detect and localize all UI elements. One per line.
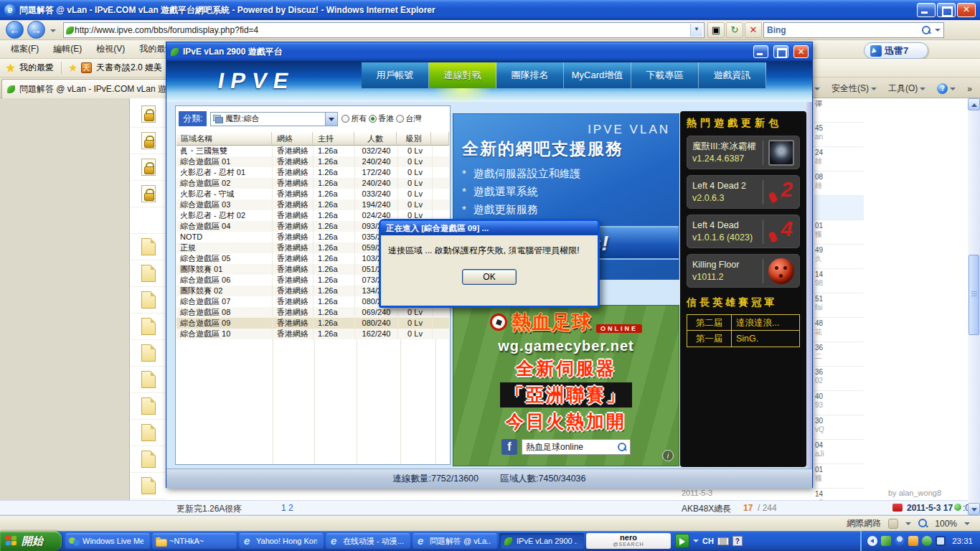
server-row[interactable]: 火影忍者 - 忍村 01 香港網絡 1.26a 172/240 0 Lv (176, 167, 449, 178)
radio-icon[interactable] (341, 115, 349, 123)
region-radio[interactable]: 所有 (341, 113, 367, 124)
task-button[interactable]: Windows Live Me... (65, 533, 150, 549)
region-radio[interactable]: 台灣 (396, 113, 421, 124)
server-row[interactable]: 綜合遊戲區 03 香港網絡 1.26a 194/240 0 Lv (176, 199, 449, 210)
history-dropdown-icon[interactable] (50, 29, 56, 32)
address-bar[interactable]: ▼ (63, 22, 705, 38)
table-header-cell[interactable]: 網絡 (272, 132, 313, 146)
table-header-cell[interactable]: 級別 (397, 132, 431, 146)
search-options-icon[interactable] (935, 29, 941, 32)
page-scrollbar[interactable] (968, 98, 980, 515)
quick-launch-icon[interactable] (675, 534, 689, 548)
compatibility-button[interactable]: ▣ (707, 22, 725, 38)
task-button[interactable]: IPvE vLan 2900 ... (499, 533, 584, 549)
ipve-nav-tab[interactable]: 用戶帳號 (362, 62, 429, 88)
more-commands-icon[interactable]: » (962, 82, 977, 96)
table-header-cell[interactable]: 主持 (313, 132, 354, 146)
menu-item[interactable]: 檔案(F) (4, 41, 45, 57)
thread-author[interactable]: AKB48X總長 (682, 503, 731, 515)
network-tray-icon[interactable] (936, 536, 946, 546)
ipve-nav-tab[interactable]: MyCard增值 (564, 62, 631, 88)
command-button[interactable]: 安全性(S) (826, 80, 882, 97)
server-row[interactable]: 綜合遊戲區 01 香港網絡 1.26a 240/240 0 Lv (176, 156, 449, 167)
ie-maximize-button[interactable] (937, 3, 956, 17)
server-row[interactable]: 綜合遊戲區 10 香港網絡 1.26a 162/240 0 Lv (176, 329, 449, 339)
ipve-close-button[interactable] (793, 45, 809, 58)
zoom-dropdown-icon[interactable] (964, 522, 970, 525)
help-button[interactable]: ? (932, 81, 961, 96)
refresh-button[interactable]: ↻ (726, 22, 743, 38)
game-update-card[interactable]: 魔獸III:寒冰霸權 v1.24.4.6387 (687, 136, 800, 169)
radio-icon[interactable] (396, 115, 404, 123)
stop-button[interactable]: ✕ (745, 22, 762, 38)
command-button[interactable]: 工具(O) (883, 80, 930, 97)
table-header-cell[interactable] (431, 132, 449, 146)
ipve-nav-tab[interactable]: 下載專區 (631, 62, 699, 88)
add-favorite-icon[interactable] (69, 64, 77, 72)
ipve-nav-tab[interactable]: 團隊排名 (496, 62, 564, 88)
update-tray-icon[interactable] (908, 536, 918, 546)
scrollbar-thumb[interactable] (969, 255, 979, 335)
ipve-nav-tab[interactable]: 遊戲資訊 (699, 62, 766, 88)
game-update-card[interactable]: Killing Floor v1011.2 (687, 254, 800, 288)
task-button[interactable]: 在线动漫 - 动漫... (326, 533, 410, 549)
region-radio[interactable]: 香港 (369, 113, 394, 124)
keyboard-icon[interactable] (717, 537, 729, 545)
search-icon[interactable] (922, 26, 930, 34)
ie-minimize-button[interactable] (917, 3, 936, 17)
menu-item[interactable]: 編輯(E) (47, 41, 88, 57)
task-button[interactable]: Yahoo! Hong Kon... (239, 533, 324, 549)
server-row[interactable]: 火影忍者 - 守城 香港網絡 1.26a 033/240 0 Lv (176, 189, 449, 199)
zone-dropdown-icon[interactable] (905, 522, 911, 525)
task-button[interactable]: 問題解答 @ vLa... (413, 533, 497, 549)
ipve-minimize-button[interactable] (753, 45, 768, 58)
server-row[interactable]: 綜合遊戲區 08 香港網絡 1.26a 069/240 0 Lv (176, 307, 449, 318)
ipve-maximize-button[interactable] (773, 45, 788, 58)
football-ad[interactable]: 熱血足球 ONLINE wg.gamecyber.net 全新伺服器 「亞洲聯賽… (453, 305, 679, 466)
game-update-card[interactable]: Left 4 Dead v1.0.1.6 (4023) (687, 215, 800, 248)
antivirus-tray-icon[interactable] (922, 536, 932, 546)
table-header-cell[interactable]: 區域名稱 (176, 132, 272, 146)
radio-icon[interactable] (369, 115, 377, 123)
address-dropdown-icon[interactable]: ▼ (690, 24, 702, 37)
thread-pages[interactable]: 1 2 (281, 503, 293, 513)
facebook-icon[interactable]: f (501, 439, 517, 455)
menu-item[interactable]: 檢視(V) (90, 41, 131, 57)
server-row[interactable]: 眞・三國無雙 香港網絡 1.26a 032/240 0 Lv (176, 146, 449, 156)
collapse-tray-icon[interactable] (867, 536, 877, 546)
thunder-tray-icon[interactable] (881, 536, 891, 546)
table-header-cell[interactable]: 人數 (354, 132, 397, 146)
ie-close-button[interactable] (957, 3, 976, 17)
search-box[interactable] (763, 22, 944, 38)
server-row[interactable]: 綜合遊戲區 09 香港網絡 1.26a 080/240 0 Lv (176, 318, 449, 329)
thread-title[interactable]: 更新完1.26A很疼 (176, 503, 242, 515)
language-dropdown-icon[interactable] (693, 540, 699, 542)
start-button[interactable]: 開始 (0, 531, 62, 551)
address-input[interactable] (75, 25, 690, 35)
scroll-up-icon[interactable] (968, 98, 980, 110)
language-indicator[interactable]: CH (702, 537, 714, 545)
protected-mode-icon[interactable] (888, 519, 898, 529)
favorites-star-icon[interactable] (6, 63, 15, 72)
back-button[interactable]: ← (6, 21, 24, 39)
zoom-level[interactable]: 100% (935, 519, 957, 529)
task-button[interactable]: nero @SEARCH (586, 533, 671, 549)
server-row[interactable]: 綜合遊戲區 02 香港網絡 1.26a 240/240 0 Lv (176, 178, 449, 189)
thunder7-button[interactable]: 迅雷7 (864, 42, 928, 59)
ad-info-icon[interactable]: i (662, 450, 674, 461)
favorite-item[interactable]: 天書奇談2.0 媲美 (96, 62, 162, 74)
zoom-icon[interactable] (918, 519, 928, 528)
search-input[interactable] (767, 25, 922, 35)
task-button[interactable]: ~NTHkA~ (152, 533, 237, 549)
scroll-down-icon[interactable] (968, 503, 980, 515)
ipve-nav-tab[interactable]: 連線對戰 (429, 62, 496, 88)
messenger-tray-icon[interactable] (895, 536, 905, 546)
game-update-card[interactable]: Left 4 Dead 2 v2.0.6.3 (687, 175, 800, 209)
ok-button[interactable]: OK (462, 269, 517, 285)
facebook-search-box[interactable]: 熱血足球online (522, 439, 631, 455)
ime-help-icon[interactable]: ? (732, 536, 743, 546)
dropdown-arrow-icon[interactable] (325, 113, 337, 126)
flag-icon[interactable] (892, 504, 903, 512)
category-dropdown[interactable]: 魔獸:綜合 (210, 112, 338, 126)
favorites-label[interactable]: 我的最愛 (19, 62, 54, 74)
